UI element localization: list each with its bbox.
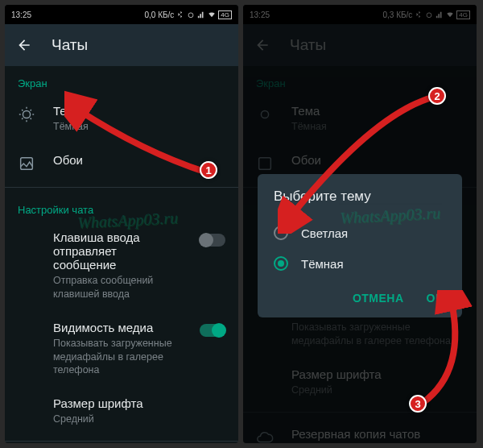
settings-content: Экран Тема Тёмная Обои Настройки чата: [5, 66, 238, 443]
section-chat-settings: Настройки чата: [5, 193, 238, 221]
cancel-button[interactable]: ОТМЕНА: [353, 292, 404, 305]
status-icons: 0,0 КБ/с 4G: [144, 10, 232, 19]
radio-icon[interactable]: [274, 226, 288, 240]
theme-dialog: Выберите тему Светлая Тёмная ОТМЕНА ОК: [258, 174, 462, 317]
status-bar: 13:25 0,0 КБ/с 4G: [5, 5, 238, 24]
radio-icon[interactable]: [274, 256, 288, 271]
radio-light[interactable]: Светлая: [274, 218, 446, 248]
app-header: Чаты: [5, 24, 238, 66]
row-theme[interactable]: Тема Тёмная: [5, 94, 238, 143]
enter-send-label: Клавиша ввода отправляет сообщение: [53, 230, 182, 272]
theme-value: Тёмная: [53, 120, 225, 134]
wifi-icon: [208, 10, 216, 19]
wallpaper-label: Обои: [53, 153, 225, 167]
section-screen: Экран: [5, 66, 238, 94]
divider: [5, 187, 238, 188]
page-title: Чаты: [52, 36, 88, 54]
marker-2: 2: [428, 87, 446, 105]
status-time: 13:25: [11, 10, 31, 19]
theme-label: Тема: [53, 104, 225, 118]
phone-right: 13:25 0,3 КБ/с 4G Чаты Экран Тема Тёмная: [243, 5, 477, 443]
radio-light-label: Светлая: [301, 226, 348, 240]
row-enter-send[interactable]: Клавиша ввода отправляет сообщение Отпра…: [5, 221, 238, 311]
media-label: Видимость медиа: [53, 321, 182, 334]
row-font-size[interactable]: Размер шрифта Средний: [5, 387, 238, 436]
font-size-value: Средний: [53, 413, 225, 426]
signal-icon: [197, 10, 205, 19]
battery-badge: 4G: [218, 10, 232, 19]
enter-send-toggle[interactable]: [200, 234, 225, 247]
svg-point-0: [188, 13, 193, 18]
theme-icon: [18, 106, 35, 123]
back-icon[interactable]: [16, 37, 32, 53]
divider: [5, 441, 238, 442]
ok-button[interactable]: ОК: [427, 292, 443, 305]
marker-3: 3: [409, 395, 427, 413]
bluetooth-icon: [176, 10, 184, 19]
marker-1: 1: [200, 161, 217, 179]
media-sub: Показывать загруженные медиафайлы в гале…: [53, 337, 182, 378]
font-size-label: Размер шрифта: [53, 396, 225, 410]
radio-dark-label: Тёмная: [301, 257, 344, 271]
media-toggle[interactable]: [200, 324, 225, 337]
phone-left: 13:25 0,0 КБ/с 4G Чаты Экран Тема Тёмная: [5, 5, 238, 443]
radio-dark[interactable]: Тёмная: [274, 248, 446, 279]
dialog-title: Выберите тему: [274, 189, 446, 205]
wallpaper-icon: [18, 155, 35, 172]
alarm-icon: [187, 10, 195, 19]
enter-send-sub: Отправка сообщений клавишей ввода: [53, 274, 182, 301]
row-media-visibility[interactable]: Видимость медиа Показывать загруженные м…: [5, 311, 238, 388]
